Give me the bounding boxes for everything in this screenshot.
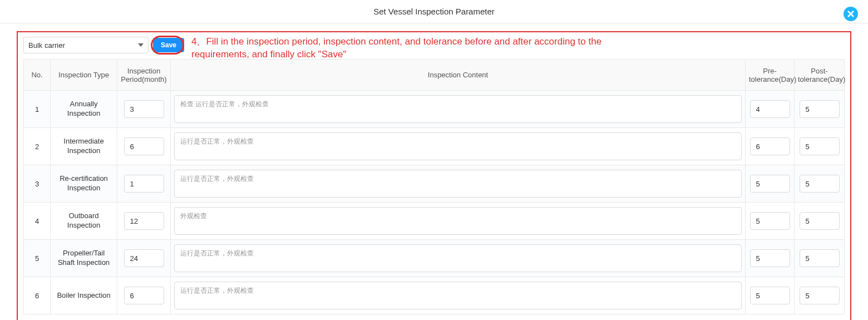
cell-period (117, 240, 171, 277)
dialog-title: Set Vessel Inspection Parameter (0, 7, 868, 16)
cell-type: Boiler Inspection (51, 277, 117, 314)
col-header-no: No. (24, 60, 51, 91)
cell-pre (746, 240, 795, 277)
close-icon (847, 10, 855, 18)
pre-tolerance-input[interactable] (750, 137, 790, 155)
table-row: 4 Outboard Inspection 外观检查 (24, 203, 845, 240)
content-input[interactable]: 运行是否正常，外观检查 (174, 170, 742, 198)
cell-content: 运行是否正常，外观检查 (171, 128, 746, 165)
post-tolerance-input[interactable] (800, 249, 840, 267)
cell-pre (746, 203, 795, 240)
period-input[interactable] (124, 175, 164, 193)
table-body: 1 Annually Inspection 检查 运行是否正常，外观检查 2 I… (24, 91, 845, 314)
col-header-type: Inspection Type (51, 60, 117, 91)
pre-tolerance-input[interactable] (750, 175, 790, 193)
table-row: 6 Boiler Inspection 运行是否正常，外观检查 (24, 277, 845, 314)
table-row: 5 Propeller/Tail Shaft Inspection 运行是否正常… (24, 240, 845, 277)
pre-tolerance-input[interactable] (750, 100, 790, 118)
cell-post (795, 203, 845, 240)
cell-post (795, 277, 845, 314)
post-tolerance-input[interactable] (800, 137, 840, 155)
period-input[interactable] (124, 287, 164, 304)
cell-post (795, 165, 845, 203)
cell-pre (746, 91, 795, 128)
cell-period (117, 203, 171, 240)
save-button[interactable]: Save (153, 38, 184, 52)
period-input[interactable] (124, 100, 164, 118)
content-input[interactable]: 运行是否正常，外观检查 (174, 244, 742, 272)
cell-pre (746, 277, 795, 314)
cell-content: 运行是否正常，外观检查 (171, 277, 746, 314)
inspection-type-label: Outboard Inspection (54, 211, 114, 230)
col-header-pre: Pre-tolerance(Day) (746, 60, 795, 91)
toolbar: Bulk carrier Save 4、Fill in the inspecti… (23, 37, 845, 53)
cell-content: 运行是否正常，外观检查 (171, 165, 746, 203)
cell-period (117, 128, 171, 165)
pre-tolerance-input[interactable] (750, 249, 790, 267)
annotation-highlight-box: Bulk carrier Save 4、Fill in the inspecti… (17, 31, 851, 320)
col-header-content: Inspection Content (171, 60, 746, 91)
cell-post (795, 240, 845, 277)
post-tolerance-input[interactable] (800, 175, 840, 193)
cell-pre (746, 128, 795, 165)
cell-type: Re-certification Inspection (51, 165, 117, 203)
cell-no: 1 (24, 91, 51, 128)
cell-content: 运行是否正常，外观检查 (171, 240, 746, 277)
cell-no: 3 (24, 165, 51, 203)
cell-no: 6 (24, 277, 51, 314)
period-input[interactable] (124, 249, 164, 267)
pre-tolerance-input[interactable] (750, 212, 790, 230)
inspection-type-label: Intermediate Inspection (54, 137, 114, 156)
inspection-type-label: Propeller/Tail Shaft Inspection (54, 249, 114, 268)
cell-post (795, 128, 845, 165)
period-input[interactable] (124, 212, 164, 230)
close-button[interactable] (844, 7, 858, 21)
table-row: 2 Intermediate Inspection 运行是否正常，外观检查 (24, 128, 845, 165)
table-row: 3 Re-certification Inspection 运行是否正常，外观检… (24, 165, 845, 203)
post-tolerance-input[interactable] (800, 212, 840, 230)
vessel-type-select[interactable]: Bulk carrier (23, 37, 149, 53)
col-header-post: Post-tolerance(Day) (795, 60, 845, 91)
table-header-row: No. Inspection Type Inspection Period(mo… (24, 60, 845, 91)
cell-type: Propeller/Tail Shaft Inspection (51, 240, 117, 277)
save-button-wrapper: Save (153, 38, 184, 52)
inspection-table: No. Inspection Type Inspection Period(mo… (23, 59, 845, 314)
cell-no: 2 (24, 128, 51, 165)
dialog-header: Set Vessel Inspection Parameter (0, 0, 868, 23)
cell-post (795, 91, 845, 128)
content-input[interactable]: 外观检查 (174, 207, 742, 235)
cell-period (117, 277, 171, 314)
pre-tolerance-input[interactable] (750, 287, 790, 304)
content-input[interactable]: 检查 运行是否正常，外观检查 (174, 95, 742, 123)
cell-no: 4 (24, 203, 51, 240)
inspection-type-label: Boiler Inspection (54, 291, 114, 301)
content-input[interactable]: 运行是否正常，外观检查 (174, 132, 742, 160)
cell-period (117, 165, 171, 203)
cell-period (117, 91, 171, 128)
inspection-type-label: Annually Inspection (54, 100, 114, 119)
cell-content: 外观检查 (171, 203, 746, 240)
post-tolerance-input[interactable] (800, 100, 840, 118)
col-header-period: Inspection Period(month) (117, 60, 171, 91)
cell-pre (746, 165, 795, 203)
inspection-type-label: Re-certification Inspection (54, 174, 114, 193)
cell-type: Outboard Inspection (51, 203, 117, 240)
content-input[interactable]: 运行是否正常，外观检查 (174, 282, 742, 309)
cell-type: Annually Inspection (51, 91, 117, 128)
content-wrapper: Bulk carrier Save 4、Fill in the inspecti… (0, 23, 868, 320)
table-row: 1 Annually Inspection 检查 运行是否正常，外观检查 (24, 91, 845, 128)
annotation-text: 4、Fill in the inspection period, inspect… (191, 36, 603, 61)
post-tolerance-input[interactable] (800, 287, 840, 304)
cell-type: Intermediate Inspection (51, 128, 117, 165)
cell-no: 5 (24, 240, 51, 277)
cell-content: 检查 运行是否正常，外观检查 (171, 91, 746, 128)
period-input[interactable] (124, 137, 164, 155)
